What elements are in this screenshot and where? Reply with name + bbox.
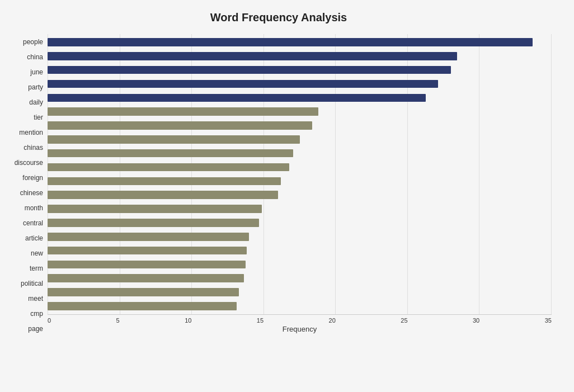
bar-row bbox=[48, 133, 552, 147]
bar bbox=[48, 149, 293, 158]
bar bbox=[48, 288, 239, 296]
y-label: tier bbox=[6, 114, 43, 121]
bar-row bbox=[48, 299, 552, 313]
x-tick: 30 bbox=[473, 317, 479, 324]
bar-row bbox=[48, 230, 552, 244]
y-label: party bbox=[6, 84, 43, 91]
y-label: people bbox=[6, 39, 43, 45]
bar-row bbox=[48, 271, 552, 285]
bars-wrapper bbox=[48, 34, 552, 314]
bar bbox=[48, 94, 426, 102]
bar bbox=[48, 38, 533, 46]
y-label: foreign bbox=[6, 174, 43, 181]
x-tick: 10 bbox=[185, 317, 191, 324]
bar bbox=[48, 274, 244, 282]
x-tick: 15 bbox=[257, 317, 264, 324]
bar-row bbox=[48, 91, 552, 105]
x-ticks: 05101520253035 bbox=[48, 315, 552, 324]
y-label: article bbox=[6, 235, 43, 242]
x-tick: 20 bbox=[329, 317, 336, 324]
x-tick: 5 bbox=[116, 317, 120, 324]
bar bbox=[48, 80, 438, 88]
y-label: discourse bbox=[6, 159, 43, 166]
bar bbox=[48, 219, 259, 227]
bar-row bbox=[48, 174, 552, 188]
y-label: page bbox=[6, 325, 43, 332]
bar-row bbox=[48, 119, 552, 133]
bar bbox=[48, 121, 312, 130]
y-label: central bbox=[6, 220, 43, 226]
bar-row bbox=[48, 258, 552, 272]
x-tick: 0 bbox=[48, 317, 51, 324]
bars-inner bbox=[48, 34, 552, 314]
bar bbox=[48, 261, 246, 269]
bar bbox=[48, 52, 457, 60]
bar-row bbox=[48, 35, 552, 49]
bar-row bbox=[48, 188, 552, 202]
bar bbox=[48, 177, 281, 186]
y-label: meet bbox=[6, 295, 43, 302]
bar-row bbox=[48, 147, 552, 160]
y-label: june bbox=[6, 69, 43, 75]
y-label: chinas bbox=[6, 144, 43, 151]
y-label: new bbox=[6, 250, 43, 257]
bar-row bbox=[48, 63, 552, 77]
bar bbox=[48, 233, 249, 241]
y-label: china bbox=[6, 54, 43, 60]
bar-row bbox=[48, 285, 552, 299]
bar-row bbox=[48, 49, 552, 63]
bar-row bbox=[48, 244, 552, 258]
bar bbox=[48, 135, 300, 144]
bar bbox=[48, 107, 318, 116]
x-axis-label: Frequency bbox=[48, 325, 552, 333]
x-tick: 35 bbox=[545, 317, 552, 324]
y-label: month bbox=[6, 205, 43, 211]
chart-title: Word Frequency Analysis bbox=[6, 11, 552, 24]
bar-row bbox=[48, 160, 552, 174]
y-labels: peoplechinajunepartydailytiermentionchin… bbox=[6, 34, 48, 337]
y-label: daily bbox=[6, 99, 43, 106]
bar bbox=[48, 163, 289, 172]
y-label: political bbox=[6, 280, 43, 287]
bar bbox=[48, 247, 247, 255]
y-label: mention bbox=[6, 129, 43, 136]
bar-row bbox=[48, 77, 552, 91]
bar bbox=[48, 302, 237, 310]
chart-container: Word Frequency Analysis peoplechinajunep… bbox=[0, 0, 574, 392]
y-label: chinese bbox=[6, 190, 43, 196]
x-axis: 05101520253035 Frequency bbox=[48, 314, 552, 337]
bar-row bbox=[48, 216, 552, 230]
bars-and-xaxis: 05101520253035 Frequency bbox=[48, 34, 552, 337]
bar-row bbox=[48, 202, 552, 216]
y-label: term bbox=[6, 265, 43, 272]
bar bbox=[48, 191, 278, 199]
bar bbox=[48, 205, 262, 213]
bar bbox=[48, 66, 451, 74]
bar-row bbox=[48, 105, 552, 119]
y-label: cmp bbox=[6, 310, 43, 317]
chart-area: peoplechinajunepartydailytiermentionchin… bbox=[6, 34, 552, 337]
x-tick: 25 bbox=[401, 317, 407, 324]
